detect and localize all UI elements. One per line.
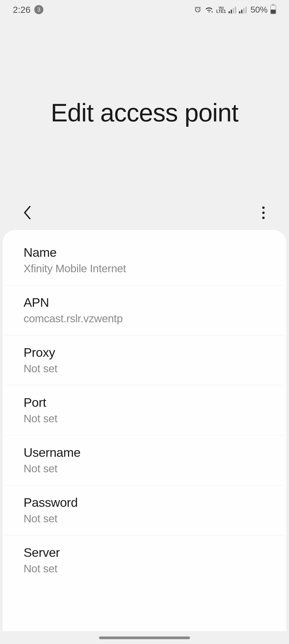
setting-item-proxy[interactable]: Proxy Not set	[5, 335, 284, 385]
setting-item-name[interactable]: Name Xfinity Mobile Internet	[5, 235, 284, 285]
setting-label: Server	[24, 545, 265, 560]
setting-value: Not set	[24, 562, 265, 575]
setting-value: Not set	[24, 412, 265, 425]
chevron-left-icon	[22, 206, 32, 220]
setting-label: Port	[24, 395, 265, 410]
wifi-icon	[204, 6, 214, 14]
setting-label: Proxy	[24, 345, 265, 360]
battery-percentage: 50%	[250, 5, 268, 15]
status-left: 2:26 3	[13, 5, 43, 15]
setting-item-port[interactable]: Port Not set	[5, 385, 284, 435]
setting-value: Not set	[24, 462, 265, 475]
setting-label: APN	[24, 295, 265, 310]
status-right: Vo) LTE1 50%	[194, 5, 276, 15]
signal-2-icon	[239, 6, 247, 13]
more-vertical-icon	[262, 206, 265, 219]
status-time: 2:26	[13, 5, 31, 15]
setting-value: comcast.rslr.vzwentp	[24, 312, 265, 325]
setting-value: Xfinity Mobile Internet	[24, 262, 265, 275]
navigation-handle[interactable]	[99, 637, 190, 639]
setting-item-apn[interactable]: APN comcast.rslr.vzwentp	[5, 285, 284, 335]
battery-icon	[270, 5, 276, 14]
back-button[interactable]	[19, 205, 35, 221]
alarm-icon	[194, 6, 202, 14]
nav-bar	[0, 195, 289, 230]
signal-1-icon	[229, 6, 236, 13]
notification-count-badge: 3	[34, 5, 43, 14]
setting-label: Username	[24, 445, 265, 460]
header-area: Edit access point	[0, 19, 289, 230]
setting-value: Not set	[24, 512, 265, 525]
setting-item-password[interactable]: Password Not set	[5, 485, 284, 535]
setting-label: Password	[24, 495, 265, 510]
setting-value: Not set	[24, 362, 265, 375]
settings-list: Name Xfinity Mobile Internet APN comcast…	[3, 230, 286, 631]
setting-item-username[interactable]: Username Not set	[5, 435, 284, 485]
setting-item-server[interactable]: Server Not set	[5, 535, 284, 585]
status-bar: 2:26 3 Vo) LTE1	[0, 0, 289, 19]
more-options-button[interactable]	[257, 205, 270, 221]
page-title: Edit access point	[51, 98, 238, 127]
volte-icon: Vo) LTE1	[216, 6, 226, 14]
setting-label: Name	[24, 245, 265, 260]
